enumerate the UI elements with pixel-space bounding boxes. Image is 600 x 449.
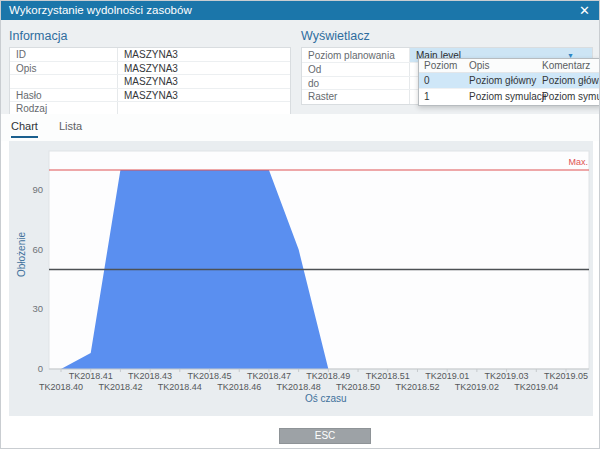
x-tick-label: TK2019.01 [425, 371, 469, 381]
x-tick-label: TK2018.40 [39, 382, 83, 392]
planning-level-label: Poziom planowania [302, 48, 410, 62]
x-tick-label: TK2018.45 [187, 371, 231, 381]
dropdown-header-row: Poziom Opis Komentarz [419, 59, 600, 73]
info-row-opis: Opis MASZYNA3 [10, 62, 290, 76]
info-panel-title: Informacja [9, 25, 291, 47]
dialog-window: Wykorzystanie wydolności zasobów ✕ Infor… [0, 0, 600, 449]
od-label: Od [302, 63, 410, 76]
x-tick-label: TK2018.52 [395, 382, 439, 392]
info-label: ID [10, 48, 118, 61]
x-tick-label: TK2018.41 [69, 371, 113, 381]
info-label: Hasło [10, 89, 118, 102]
x-tick-label: TK2018.47 [247, 371, 291, 381]
tab-bar: Chart Lista [1, 114, 599, 141]
planning-level-dropdown: Poziom Opis Komentarz 0 Poziom główny Po… [418, 58, 600, 106]
max-line-label: Max. [568, 157, 588, 167]
x-tick-label: TK2018.48 [277, 382, 321, 392]
x-tick-label: TK2018.51 [366, 371, 410, 381]
display-panel-title: Wyświetlacz [301, 25, 593, 47]
x-axis-title: Oś czasu [305, 393, 347, 404]
option-poziom: 0 [419, 73, 467, 88]
dropdown-col-opis: Opis [467, 59, 540, 72]
x-tick-label: TK2019.05 [544, 371, 588, 381]
option-poziom: 1 [419, 89, 467, 105]
x-tick-label: TK2019.02 [455, 382, 499, 392]
option-opis: Poziom symulacji [467, 89, 540, 105]
info-value: MASZYNA3 [118, 89, 290, 102]
raster-label: Raster [302, 90, 410, 104]
info-value: MASZYNA3 [118, 62, 290, 75]
option-opis: Poziom główny [467, 73, 540, 88]
window-title: Wykorzystanie wydolności zasobów [9, 4, 192, 16]
dropdown-col-poziom: Poziom [419, 59, 467, 72]
info-row-haslo: Hasło MASZYNA3 [10, 89, 290, 103]
info-label [10, 75, 118, 88]
x-tick-label: TK2018.43 [128, 371, 172, 381]
info-panel: Informacja ID MASZYNA3 Opis MASZYNA3 MAS… [9, 25, 291, 117]
info-table: ID MASZYNA3 Opis MASZYNA3 MASZYNA3 Hasło… [9, 47, 291, 117]
x-tick-label: TK2018.42 [98, 382, 142, 392]
x-tick-label: TK2018.44 [158, 382, 202, 392]
option-komentarz: Poziom główny [540, 73, 600, 88]
y-tick-label: 0 [9, 363, 43, 374]
chart-panel: Obłożenie Oś czasu Max. 0306090TK2018.40… [9, 141, 593, 416]
tab-lista[interactable]: Lista [59, 120, 82, 136]
y-tick-label: 90 [9, 184, 43, 195]
info-label: Opis [10, 62, 118, 75]
info-row-id: ID MASZYNA3 [10, 48, 290, 62]
x-tick-label: TK2019.03 [485, 371, 529, 381]
info-value: MASZYNA3 [118, 48, 290, 61]
do-label: do [302, 77, 410, 90]
dropdown-option-main-level[interactable]: 0 Poziom główny Poziom główny [419, 73, 600, 89]
x-tick-label: TK2018.49 [306, 371, 350, 381]
info-value: MASZYNA3 [118, 75, 290, 88]
option-komentarz: Poziom symulacji [540, 89, 600, 105]
tab-chart[interactable]: Chart [11, 120, 38, 138]
y-tick-label: 30 [9, 303, 43, 314]
y-tick-label: 60 [9, 244, 43, 255]
dropdown-option-simulation-level[interactable]: 1 Poziom symulacji Poziom symulacji [419, 89, 600, 105]
esc-button[interactable]: ESC [279, 428, 371, 444]
x-tick-label: TK2019.04 [514, 382, 558, 392]
x-tick-label: TK2018.50 [336, 382, 380, 392]
close-icon[interactable]: ✕ [579, 2, 590, 19]
title-bar: Wykorzystanie wydolności zasobów ✕ [1, 1, 599, 20]
x-tick-label: TK2018.46 [217, 382, 261, 392]
dropdown-col-komentarz: Komentarz [540, 59, 600, 72]
info-row-opis2: MASZYNA3 [10, 75, 290, 89]
